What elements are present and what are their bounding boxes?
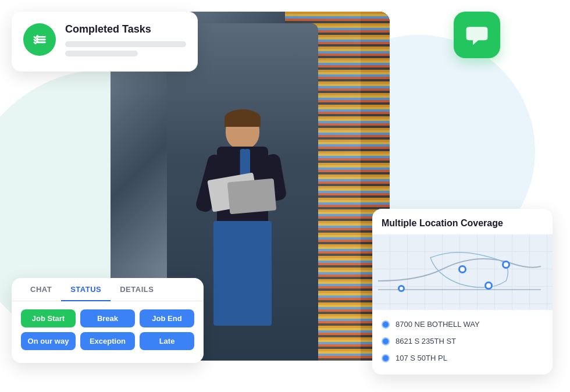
list-item: 107 S 50TH PL: [382, 350, 543, 366]
location-dot-2: [382, 337, 390, 345]
completed-tasks-card: Completed Tasks: [12, 12, 198, 72]
location-dot-1: [382, 320, 390, 329]
svg-point-4: [460, 267, 465, 272]
tab-chat[interactable]: CHAT: [21, 278, 61, 301]
exception-button[interactable]: Exception: [80, 332, 135, 350]
map-svg: [372, 234, 553, 310]
status-btn-row-2: On our way Exception Late: [21, 332, 194, 350]
status-panel: CHAT STATUS DETAILS Job Start Break Job …: [12, 278, 204, 363]
location-map: [372, 234, 553, 310]
chat-icon-card[interactable]: [454, 12, 500, 58]
svg-point-6: [504, 262, 508, 267]
status-tabs: CHAT STATUS DETAILS: [12, 278, 204, 301]
scene: Completed Tasks CHAT STATUS DETAILS Job …: [0, 0, 570, 392]
location-card: Multiple Location Coverage: [372, 209, 553, 375]
tasks-content: Completed Tasks: [65, 23, 186, 60]
job-end-button[interactable]: Job End: [140, 309, 194, 327]
location-address-1: 8700 NE BOTHELL WAY: [396, 320, 480, 329]
tab-details[interactable]: DETAILS: [111, 278, 163, 301]
break-button[interactable]: Break: [80, 309, 135, 327]
svg-point-8: [400, 287, 403, 290]
location-address-2: 8621 S 235TH ST: [396, 337, 456, 345]
status-btn-row-1: Job Start Break Job End: [21, 309, 194, 327]
status-buttons: Job Start Break Job End On our way Excep…: [12, 301, 204, 363]
late-button[interactable]: Late: [140, 332, 194, 350]
list-item: 8700 NE BOTHELL WAY: [382, 316, 543, 333]
tasks-icon: [23, 23, 56, 56]
location-dot-3: [382, 354, 390, 362]
location-address-3: 107 S 50TH PL: [396, 354, 447, 362]
checklist-icon: [31, 31, 48, 48]
job-start-button[interactable]: Job Start: [21, 309, 76, 327]
list-item: 8621 S 235TH ST: [382, 333, 543, 350]
tasks-bar-2: [65, 51, 138, 56]
svg-point-10: [486, 283, 491, 288]
tasks-title: Completed Tasks: [65, 23, 186, 35]
location-title: Multiple Location Coverage: [372, 209, 553, 234]
on-our-way-button[interactable]: On our way: [21, 332, 76, 350]
chat-bubble-icon: [464, 22, 490, 48]
location-list: 8700 NE BOTHELL WAY 8621 S 235TH ST 107 …: [372, 310, 553, 375]
tasks-bar-1: [65, 41, 186, 47]
tab-status[interactable]: STATUS: [61, 278, 111, 301]
